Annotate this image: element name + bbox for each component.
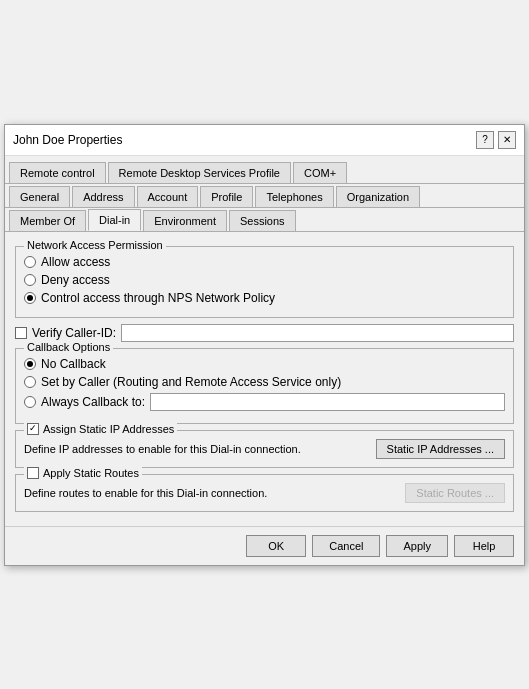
network-access-legend: Network Access Permission [24,239,166,251]
network-access-content: Allow access Deny access Control access … [24,255,505,305]
radio-set-by-caller-icon [24,376,36,388]
help-button[interactable]: Help [454,535,514,557]
radio-deny-label: Deny access [41,273,110,287]
ok-button[interactable]: OK [246,535,306,557]
callback-options-group: Callback Options No Callback Set by Call… [15,348,514,424]
tab-dial-in[interactable]: Dial-in [88,209,141,231]
tab-member-of[interactable]: Member Of [9,210,86,231]
static-routes-legend-text: Apply Static Routes [43,467,139,479]
tab-com[interactable]: COM+ [293,162,347,183]
network-access-group: Network Access Permission Allow access D… [15,246,514,318]
radio-no-callback-icon [24,358,36,370]
dialog-title: John Doe Properties [13,133,122,147]
verify-caller-input[interactable] [121,324,514,342]
tab-profile[interactable]: Profile [200,186,253,207]
radio-no-callback-label: No Callback [41,357,106,371]
cancel-button[interactable]: Cancel [312,535,380,557]
radio-allow-access[interactable]: Allow access [24,255,505,269]
static-ip-legend: Assign Static IP Addresses [24,423,177,435]
static-routes-checkbox[interactable] [27,467,39,479]
callback-options-legend: Callback Options [24,341,113,353]
tab-account[interactable]: Account [137,186,199,207]
help-title-button[interactable]: ? [476,131,494,149]
static-routes-button[interactable]: Static Routes ... [405,483,505,503]
radio-nps-access[interactable]: Control access through NPS Network Polic… [24,291,505,305]
static-routes-legend: Apply Static Routes [24,467,142,479]
tab-rdp-profile[interactable]: Remote Desktop Services Profile [108,162,291,183]
static-ip-button[interactable]: Static IP Addresses ... [376,439,505,459]
radio-deny-icon [24,274,36,286]
verify-caller-label: Verify Caller-ID: [32,326,116,340]
static-routes-section: Define routes to enable for this Dial-in… [24,483,505,503]
callback-options-content: No Callback Set by Caller (Routing and R… [24,357,505,411]
static-routes-content: Define routes to enable for this Dial-in… [24,483,505,503]
verify-caller-row: Verify Caller-ID: [15,324,514,342]
radio-no-callback[interactable]: No Callback [24,357,505,371]
static-routes-description: Define routes to enable for this Dial-in… [24,487,405,499]
title-bar: John Doe Properties ? ✕ [5,125,524,156]
static-ip-content: Define IP addresses to enable for this D… [24,439,505,459]
radio-always-callback-row: Always Callback to: [24,393,505,411]
static-ip-legend-text: Assign Static IP Addresses [43,423,174,435]
bottom-bar: OK Cancel Apply Help [5,526,524,565]
tab-telephones[interactable]: Telephones [255,186,333,207]
tab-sessions[interactable]: Sessions [229,210,296,231]
static-ip-group: Assign Static IP Addresses Define IP add… [15,430,514,468]
tab-address[interactable]: Address [72,186,134,207]
radio-nps-icon [24,292,36,304]
close-title-button[interactable]: ✕ [498,131,516,149]
verify-caller-checkbox[interactable] [15,327,27,339]
radio-deny-access[interactable]: Deny access [24,273,505,287]
radio-set-by-caller[interactable]: Set by Caller (Routing and Remote Access… [24,375,505,389]
radio-nps-label: Control access through NPS Network Polic… [41,291,275,305]
tab-general[interactable]: General [9,186,70,207]
dialog-content: Network Access Permission Allow access D… [5,232,524,526]
dialog-window: John Doe Properties ? ✕ Remote control R… [4,124,525,566]
static-ip-description: Define IP addresses to enable for this D… [24,443,376,455]
radio-always-callback-icon[interactable] [24,396,36,408]
static-ip-checkbox[interactable] [27,423,39,435]
tab-organization[interactable]: Organization [336,186,420,207]
static-ip-section: Define IP addresses to enable for this D… [24,439,505,459]
tab-row-1: Remote control Remote Desktop Services P… [5,156,524,184]
tab-remote-control[interactable]: Remote control [9,162,106,183]
tab-row-2: General Address Account Profile Telephon… [5,184,524,208]
radio-allow-label: Allow access [41,255,110,269]
apply-button[interactable]: Apply [386,535,448,557]
tab-environment[interactable]: Environment [143,210,227,231]
always-callback-input[interactable] [150,393,505,411]
title-bar-buttons: ? ✕ [476,131,516,149]
tab-row-3: Member Of Dial-in Environment Sessions [5,208,524,232]
radio-set-by-caller-label: Set by Caller (Routing and Remote Access… [41,375,341,389]
radio-always-callback-label: Always Callback to: [41,395,145,409]
static-routes-group: Apply Static Routes Define routes to ena… [15,474,514,512]
radio-allow-icon [24,256,36,268]
